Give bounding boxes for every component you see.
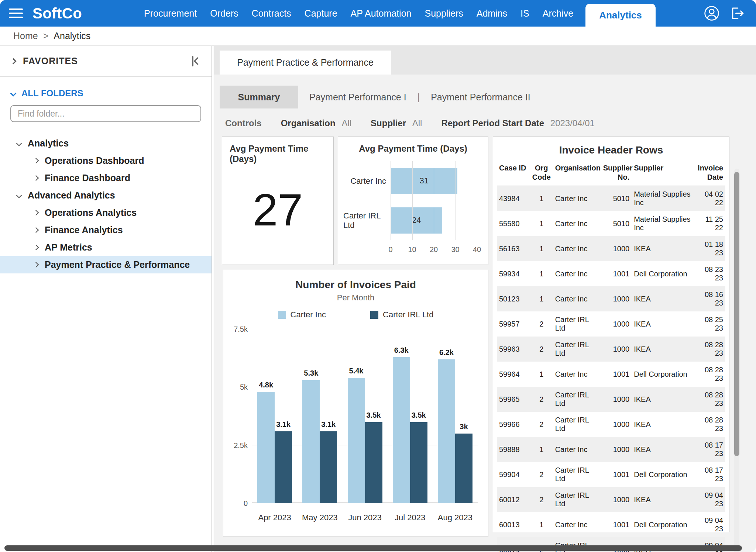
filter-organisation[interactable]: Organisation All	[281, 118, 351, 128]
table-row[interactable]: 599641Carter Inc1001Dell Corporation08 2…	[497, 362, 725, 387]
vertical-scrollbar[interactable]	[734, 169, 739, 552]
table-row[interactable]: 555801Carter Inc5010Material Supplies In…	[497, 211, 725, 236]
page-tab-payment-practice[interactable]: Payment Practice & Performance	[220, 51, 391, 75]
category-label: Carter Inc	[343, 161, 391, 201]
top-nav: SoftCo ProcurementOrdersContractsCapture…	[0, 0, 756, 27]
gridline	[412, 161, 413, 240]
subtabs: SummaryPayment Performance I|Payment Per…	[220, 86, 542, 108]
breadcrumb-home[interactable]: Home	[13, 31, 38, 41]
bar-apr-2023-carter-inc[interactable]: 4.8k	[257, 392, 275, 503]
chevron-right-icon[interactable]	[33, 158, 39, 164]
subtab-payment-performance-i[interactable]: Payment Performance I	[298, 92, 417, 103]
bar-jun-2023-carter-irl-ltd[interactable]: 3.5k	[365, 422, 382, 503]
table-cell: Dell Corporation	[632, 362, 694, 387]
bar-aug-2023-carter-inc[interactable]: 6.2k	[438, 359, 455, 503]
chevron-right-icon[interactable]	[33, 227, 39, 233]
bar-may-2023-carter-irl-ltd[interactable]: 3.1k	[320, 431, 337, 503]
table-cell: Dell Corporation	[632, 462, 694, 487]
bar-value-label: 3.1k	[276, 420, 291, 429]
vertical-scrollbar-thumb[interactable]	[734, 172, 739, 456]
bar-carter-irl-ltd[interactable]: 24	[391, 207, 442, 234]
nav-item-orders[interactable]: Orders	[203, 8, 245, 19]
table-row[interactable]: 561631Carter Inc1000IKEA01 18 23	[497, 236, 725, 261]
chevron-right-icon[interactable]	[10, 58, 17, 64]
column-header-org-code[interactable]: Org Code	[530, 161, 553, 186]
controls-label[interactable]: Controls	[225, 118, 262, 128]
nav-item-suppliers[interactable]: Suppliers	[418, 8, 470, 19]
bar-aug-2023-carter-irl-ltd[interactable]: 3k	[455, 434, 472, 503]
horizontal-scrollbar[interactable]	[4, 545, 742, 551]
column-header-supplier[interactable]: Supplier	[632, 161, 694, 186]
column-header-supplier-no[interactable]: Supplier No.	[601, 161, 632, 186]
table-cell: IKEA	[632, 387, 694, 412]
table-cell: 1001	[601, 261, 632, 286]
nav-item-capture[interactable]: Capture	[298, 8, 344, 19]
table-row[interactable]: 599042Carter IRL Ltd1001Dell Corporation…	[497, 462, 725, 487]
chevron-right-icon[interactable]	[33, 245, 39, 251]
table-row[interactable]: 599632Carter IRL Ltd1000IKEA08 28 23	[497, 337, 725, 362]
filter-report-period-start-date[interactable]: Report Period Start Date 2023/04/01	[441, 118, 595, 128]
nav-item-is[interactable]: IS	[514, 8, 536, 19]
tree-item-advanced-analytics[interactable]: Advanced Analytics	[0, 187, 212, 204]
table-row[interactable]: 599662Carter IRL Ltd1000IKEA08 28 23	[497, 412, 725, 437]
x-axis-label: Jul 2023	[388, 513, 433, 522]
account-icon[interactable]	[704, 5, 720, 21]
tree-item-payment-practice-performance[interactable]: Payment Practice & Performance	[0, 256, 212, 273]
nav-tab-analytics[interactable]: Analytics	[585, 4, 656, 27]
avg-payment-time-value: 27	[222, 163, 333, 257]
chevron-down-icon[interactable]	[16, 141, 22, 146]
filter-supplier[interactable]: Supplier All	[371, 118, 422, 128]
logout-icon[interactable]	[729, 6, 745, 21]
chevron-down-icon[interactable]	[16, 193, 22, 199]
table-row[interactable]: 439841Carter Inc5010Material Supplies In…	[497, 186, 725, 211]
nav-item-procurement[interactable]: Procurement	[137, 8, 203, 19]
table-cell: 1	[530, 286, 553, 311]
filter-label: Report Period Start Date	[441, 118, 544, 128]
subtab-summary[interactable]: Summary	[220, 86, 298, 108]
filter-value: All	[341, 118, 351, 128]
bar-carter-inc[interactable]: 31	[391, 168, 457, 194]
nav-item-ap-automation[interactable]: AP Automation	[344, 8, 418, 19]
column-header-invoice-date[interactable]: Invoice Date	[694, 161, 725, 186]
tree-item-analytics[interactable]: Analytics	[0, 135, 212, 152]
tree-item-finance-analytics[interactable]: Finance Analytics	[0, 221, 212, 239]
tree-item-operations-dashboard[interactable]: Operations Dashboard	[0, 152, 212, 169]
nav-item-admins[interactable]: Admins	[470, 8, 514, 19]
chevron-right-icon[interactable]	[33, 175, 39, 181]
menu-icon[interactable]	[9, 8, 23, 18]
table-row[interactable]: 600122Carter IRL Ltd1000IKEA09 04 23	[497, 487, 725, 512]
column-header-organisation[interactable]: Organisation	[553, 161, 601, 186]
table-row[interactable]: 599572Carter IRL Ltd1000IKEA08 25 23	[497, 311, 725, 337]
tree-item-ap-metrics[interactable]: AP Metrics	[0, 239, 212, 256]
tree-item-finance-dashboard[interactable]: Finance Dashboard	[0, 169, 212, 187]
folder-search-input[interactable]	[10, 105, 201, 122]
table-cell: Carter IRL Ltd	[553, 311, 601, 337]
all-folders-toggle[interactable]: ALL FOLDERS	[11, 87, 200, 99]
nav-item-contracts[interactable]: Contracts	[245, 8, 298, 19]
table-row[interactable]: 598881Carter Inc1000IKEA08 17 23	[497, 437, 725, 462]
table-cell: IKEA	[632, 337, 694, 362]
table-cell: 43984	[497, 186, 530, 211]
table-row[interactable]: 599652Carter IRL Ltd1000IKEA08 28 23	[497, 387, 725, 412]
nav-item-archive[interactable]: Archive	[536, 8, 580, 19]
bar-jul-2023-carter-irl-ltd[interactable]: 3.5k	[410, 422, 427, 503]
card-title: Avg Payment Time (Days)	[230, 144, 333, 164]
chevron-right-icon[interactable]	[33, 262, 39, 268]
table-row[interactable]: 600131Carter Inc1001Dell Corporation09 0…	[497, 512, 725, 537]
table-cell: 1001	[601, 512, 632, 537]
table-row[interactable]: 501231Carter Inc1000IKEA08 16 23	[497, 286, 725, 311]
legend-swatch	[278, 311, 286, 319]
collapse-panel-icon[interactable]	[192, 56, 200, 66]
bar-jun-2023-carter-inc[interactable]: 5.4k	[348, 378, 365, 503]
tree-item-operations-analytics[interactable]: Operations Analytics	[0, 204, 212, 221]
subtab-payment-performance-ii[interactable]: Payment Performance II	[420, 92, 542, 103]
chevron-right-icon[interactable]	[33, 210, 39, 216]
table-cell: 59934	[497, 261, 530, 286]
table-cell: 2	[530, 412, 553, 437]
bar-may-2023-carter-inc[interactable]: 5.3k	[302, 380, 320, 503]
column-header-case-id[interactable]: Case ID	[497, 161, 530, 186]
table-row[interactable]: 599341Carter Inc1001Dell Corporation08 2…	[497, 261, 725, 286]
bar-jul-2023-carter-inc[interactable]: 6.3k	[393, 357, 410, 503]
bar-apr-2023-carter-irl-ltd[interactable]: 3.1k	[275, 431, 292, 503]
favorites-label[interactable]: FAVORITES	[23, 56, 192, 66]
